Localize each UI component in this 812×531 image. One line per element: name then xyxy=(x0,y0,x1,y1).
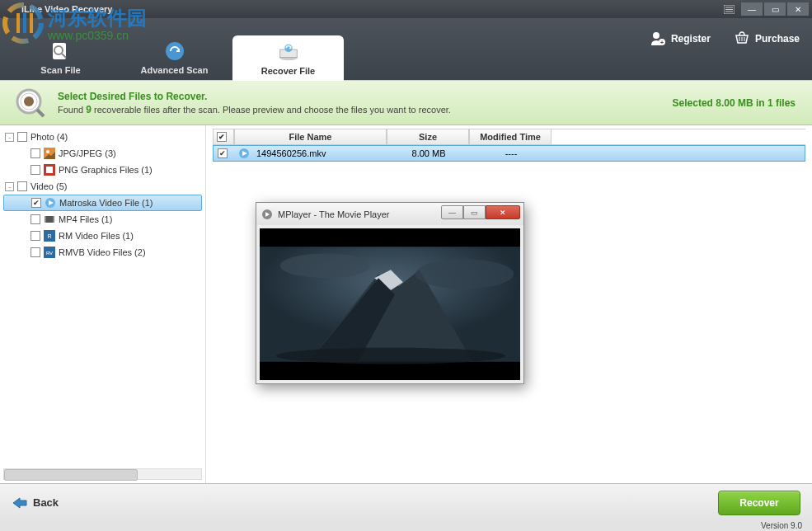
svg-rect-24 xyxy=(46,167,53,173)
svg-point-18 xyxy=(24,96,34,106)
tree-item-matroska[interactable]: Matroska Video File (1) xyxy=(3,195,202,211)
svg-point-7 xyxy=(166,42,184,60)
back-arrow-icon xyxy=(12,496,28,510)
tree-item-rmvb[interactable]: RV RMVB Video Files (2) xyxy=(3,244,202,261)
tree-group-video[interactable]: - Video (5) xyxy=(3,178,202,195)
tab-label: Advanced Scan xyxy=(141,65,209,75)
file-type-icon xyxy=(44,164,55,176)
minimize-button[interactable]: — xyxy=(741,2,763,16)
file-type-icon: RV xyxy=(44,247,55,258)
tree-checkbox[interactable] xyxy=(31,231,40,241)
version-label: Version 9.0 xyxy=(0,521,812,531)
tree-toggle[interactable]: - xyxy=(5,182,14,191)
tree-label: Video (5) xyxy=(31,181,67,191)
title-bar: iLike Video Recovery — ▭ ✕ xyxy=(0,0,812,18)
banner: Select Desired Files to Recover. Found 9… xyxy=(0,80,812,125)
row-checkbox[interactable] xyxy=(218,148,228,158)
tree-checkbox[interactable] xyxy=(31,165,40,175)
preview-close-button[interactable]: ✕ xyxy=(486,205,520,219)
tab-label: Recover File xyxy=(261,66,315,76)
file-type-icon xyxy=(45,197,56,209)
svg-text:RV: RV xyxy=(46,251,53,256)
file-name: 1494560256.mkv xyxy=(256,148,326,158)
banner-description: Found 9 recoverable files after the scan… xyxy=(58,104,451,115)
purchase-button[interactable]: Purchase xyxy=(734,31,800,47)
header-filename[interactable]: File Name xyxy=(234,129,387,144)
scan-file-icon xyxy=(49,40,73,63)
select-all-checkbox[interactable] xyxy=(217,132,227,142)
preview-minimize-button[interactable]: — xyxy=(441,205,463,219)
tree-checkbox[interactable] xyxy=(31,198,41,208)
header-checkbox-col[interactable] xyxy=(213,129,234,144)
preview-titlebar[interactable]: MPlayer - The Movie Player — ▭ ✕ xyxy=(256,203,523,225)
tab-advanced-scan[interactable]: Advanced Scan xyxy=(119,35,230,80)
recover-file-icon xyxy=(277,40,300,63)
tab-recover-file[interactable]: Recover File xyxy=(232,35,344,81)
svg-rect-27 xyxy=(45,216,46,223)
file-type-icon xyxy=(238,148,250,159)
preview-window[interactable]: MPlayer - The Movie Player — ▭ ✕ xyxy=(256,202,524,384)
sidebar-scrollbar[interactable] xyxy=(3,468,202,480)
banner-selected-summary: Selected 8.00 MB in 1 files xyxy=(673,97,796,109)
svg-point-40 xyxy=(276,348,505,364)
back-label: Back xyxy=(33,496,59,509)
register-label: Register xyxy=(671,33,711,45)
header-actions: + Register Purchase xyxy=(650,31,800,47)
tree-item-mp4[interactable]: MP4 Files (1) xyxy=(3,211,202,228)
tree-item-rm[interactable]: R RM Video Files (1) xyxy=(3,228,202,244)
sidebar-tree: - Photo (4) JPG/JPEG (3) PNG Graphics Fi… xyxy=(0,125,206,483)
banner-title: Select Desired Files to Recover. xyxy=(58,91,451,102)
tree-label: JPG/JPEG (3) xyxy=(59,148,116,158)
file-type-icon xyxy=(44,148,55,159)
svg-text:+: + xyxy=(660,40,664,45)
svg-text:R: R xyxy=(47,233,51,239)
register-button[interactable]: + Register xyxy=(650,31,711,47)
tree-label: Photo (4) xyxy=(31,132,68,142)
back-button[interactable]: Back xyxy=(12,496,59,510)
header-size[interactable]: Size xyxy=(387,129,469,144)
tree-checkbox[interactable] xyxy=(31,148,40,158)
maximize-button[interactable]: ▭ xyxy=(764,2,786,16)
app-title: iLike Video Recovery xyxy=(21,4,112,14)
tree-toggle[interactable]: - xyxy=(5,133,14,142)
file-row[interactable]: 1494560256.mkv 8.00 MB ---- xyxy=(213,145,805,162)
header: Scan File Advanced Scan Recover File + R… xyxy=(0,18,812,80)
tree-checkbox[interactable] xyxy=(31,247,40,257)
tab-scan-file[interactable]: Scan File xyxy=(5,35,116,80)
svg-point-11 xyxy=(653,32,659,39)
tree-item-jpg[interactable]: JPG/JPEG (3) xyxy=(3,145,202,162)
tree-label: MP4 Files (1) xyxy=(59,214,112,224)
tree-label: PNG Graphics Files (1) xyxy=(59,165,153,175)
file-modified: ---- xyxy=(470,146,552,161)
footer: Back Recover xyxy=(0,483,812,521)
svg-line-20 xyxy=(37,110,44,116)
tree-group-photo[interactable]: - Photo (4) xyxy=(3,129,202,145)
header-modified[interactable]: Modified Time xyxy=(469,129,552,144)
file-size: 8.00 MB xyxy=(387,146,470,161)
tree-checkbox[interactable] xyxy=(17,132,27,142)
tree-label: Matroska Video File (1) xyxy=(59,198,153,208)
svg-point-39 xyxy=(415,259,514,289)
advanced-scan-icon xyxy=(163,40,186,63)
register-icon: + xyxy=(650,31,666,47)
tree-checkbox[interactable] xyxy=(17,181,27,191)
purchase-icon xyxy=(734,31,750,47)
svg-point-38 xyxy=(280,253,370,278)
preview-video-area[interactable] xyxy=(260,228,520,380)
close-button[interactable]: ✕ xyxy=(787,2,809,16)
tab-label: Scan File xyxy=(40,65,80,75)
svg-rect-28 xyxy=(53,216,54,223)
tree-label: RMVB Video Files (2) xyxy=(59,247,146,257)
preview-maximize-button[interactable]: ▭ xyxy=(463,205,486,219)
tree-label: RM Video Files (1) xyxy=(59,231,134,241)
file-type-icon: R xyxy=(44,230,55,242)
preview-title: MPlayer - The Movie Player xyxy=(278,209,390,219)
banner-icon xyxy=(15,87,46,119)
tree-checkbox[interactable] xyxy=(31,214,40,224)
recover-button[interactable]: Recover xyxy=(718,491,800,515)
file-type-icon xyxy=(44,214,55,225)
svg-point-22 xyxy=(46,150,49,153)
tree-item-png[interactable]: PNG Graphics Files (1) xyxy=(3,162,202,178)
purchase-label: Purchase xyxy=(755,33,800,45)
title-list-icon[interactable] xyxy=(718,2,739,16)
